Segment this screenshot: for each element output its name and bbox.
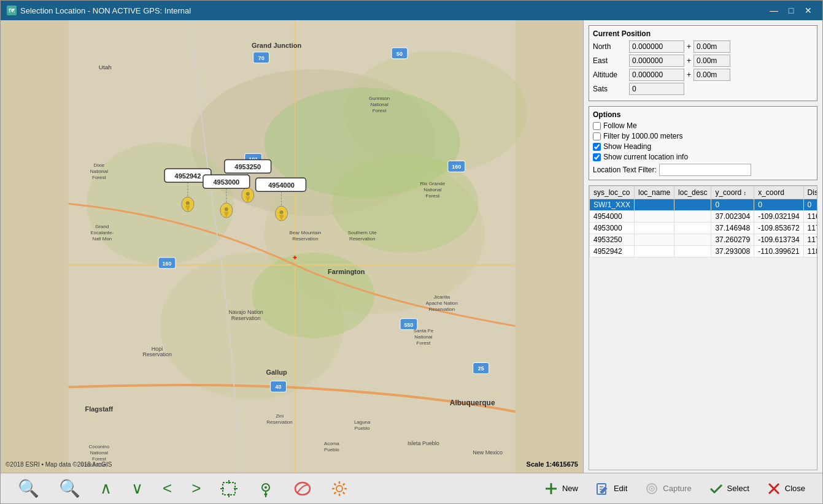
svg-text:Hopi: Hopi (152, 346, 163, 352)
col-x-coord[interactable]: x_coord (754, 186, 803, 199)
svg-text:Santa Fe: Santa Fe (414, 328, 434, 334)
svg-text:Gallup: Gallup (266, 368, 287, 376)
col-loc-desc[interactable]: loc_desc (674, 186, 711, 199)
col-distance[interactable]: Distance (803, 186, 817, 199)
current-position-panel: Current Position North + East + Altitude (589, 25, 817, 101)
select-box-button[interactable] (215, 478, 242, 500)
svg-text:Laguna: Laguna (354, 419, 371, 425)
svg-text:Forest: Forest (417, 340, 431, 346)
zoom-in-icon: 🔍 (18, 478, 39, 498)
restore-button[interactable]: □ (783, 4, 799, 17)
col-sys-loc-co[interactable]: sys_loc_co (590, 186, 635, 199)
minimize-button[interactable]: — (766, 4, 782, 17)
location-table: sys_loc_co loc_name loc_desc y_coord ↕ x… (589, 186, 817, 258)
svg-marker-105 (264, 494, 268, 497)
zoom-out-button[interactable]: 🔍 (54, 476, 85, 501)
title-bar-controls: — □ ✕ (766, 4, 816, 17)
table-row[interactable]: 495294237.293008-110.3996211181090... (590, 246, 818, 258)
show-location-checkbox[interactable] (593, 153, 601, 161)
show-heading-row: Show Heading (593, 142, 813, 151)
close-window-button[interactable]: ✕ (800, 4, 816, 17)
table-cell-x_coord: -109.613734 (754, 234, 803, 246)
table-row[interactable]: 495325037.260279-109.6137341174371... (590, 234, 818, 246)
follow-me-row: Follow Me (593, 121, 813, 130)
locate-button[interactable] (252, 478, 279, 500)
zoom-in-button[interactable]: 🔍 (13, 476, 44, 501)
filter-by-checkbox[interactable] (593, 132, 601, 140)
svg-text:National: National (414, 334, 432, 340)
svg-text:Reservation: Reservation (429, 307, 455, 312)
close-button[interactable]: Close (762, 479, 810, 498)
svg-text:Reservation: Reservation (349, 236, 376, 242)
svg-text:50: 50 (396, 51, 403, 57)
map-scale: Scale 1:4615675 (527, 460, 578, 468)
capture-label: Capture (663, 484, 691, 493)
map-svg: 70 191 50 160 160 550 25 40 Grand Juncti… (1, 20, 583, 473)
svg-text:4952942: 4952942 (175, 172, 201, 180)
select-button[interactable]: Select (704, 479, 754, 498)
north-plus: + (687, 42, 691, 51)
pan-down-button[interactable]: ∨ (126, 476, 148, 500)
pan-left-button[interactable]: < (158, 476, 177, 500)
svg-point-2 (87, 142, 233, 264)
pan-right-button[interactable]: > (187, 476, 206, 500)
table-row[interactable]: 495400037.002304-109.0321941169916... (590, 211, 818, 223)
north-input[interactable] (629, 40, 684, 53)
new-button[interactable]: New (539, 479, 583, 498)
svg-text:4953000: 4953000 (213, 178, 239, 186)
altitude-row: Altitude + (593, 69, 813, 81)
svg-text:Gunnison: Gunnison (369, 96, 390, 101)
show-heading-checkbox[interactable] (593, 143, 601, 151)
table-cell-sys_loc_co: 4952942 (590, 246, 635, 258)
follow-me-checkbox[interactable] (593, 122, 601, 130)
col-loc-name[interactable]: loc_name (635, 186, 674, 199)
svg-text:National: National (370, 102, 388, 107)
altitude-offset[interactable] (694, 69, 730, 81)
erase-button[interactable] (289, 478, 316, 500)
pan-left-icon: < (163, 479, 172, 498)
settings-icon (331, 480, 348, 497)
data-table-container[interactable]: sys_loc_co loc_name loc_desc y_coord ↕ x… (589, 185, 817, 470)
svg-text:4954000: 4954000 (268, 181, 295, 189)
main-content: 70 191 50 160 160 550 25 40 Grand Juncti… (1, 20, 822, 473)
col-y-coord[interactable]: y_coord ↕ (711, 186, 754, 199)
options-panel: Options Follow Me Filter by 1000.00 mete… (589, 106, 817, 180)
table-row[interactable]: 495300037.146948-109.8536721176717... (590, 223, 818, 234)
table-cell-distance: 1174371... (803, 234, 817, 246)
table-cell-y_coord: 37.293008 (711, 246, 754, 258)
capture-button[interactable]: Capture (639, 479, 696, 498)
title-bar: 🗺 Selection Location - NON ACTIVE GPS: I… (1, 1, 822, 20)
north-row: North + (593, 40, 813, 53)
north-offset[interactable] (694, 40, 730, 53)
table-cell-distance: 1169916... (803, 211, 817, 223)
svg-text:National: National (90, 169, 108, 174)
table-cell-sys_loc_co: 4953000 (590, 223, 635, 234)
svg-text:70: 70 (258, 55, 265, 61)
location-filter-input[interactable] (659, 164, 751, 176)
svg-point-95 (280, 210, 284, 214)
svg-text:Southern Ute: Southern Ute (348, 230, 377, 235)
table-cell-y_coord: 0 (711, 199, 754, 211)
map-area[interactable]: 70 191 50 160 160 550 25 40 Grand Juncti… (1, 20, 583, 473)
svg-text:550: 550 (404, 322, 413, 328)
location-filter-row: Location Text Filter: (593, 164, 813, 176)
pan-up-button[interactable]: ∧ (95, 476, 117, 500)
pan-up-icon: ∧ (100, 479, 112, 498)
svg-text:New Mexico: New Mexico (473, 449, 503, 456)
select-icon (709, 481, 724, 496)
filter-row: Filter by 1000.00 meters (593, 132, 813, 140)
sats-input[interactable] (629, 83, 684, 95)
bottom-toolbar: 🔍 🔍 ∧ ∨ < > (1, 473, 822, 503)
table-row[interactable]: SW/1_XXX000 (590, 199, 818, 211)
east-input[interactable] (629, 55, 684, 67)
close-label: Close (785, 484, 805, 493)
table-cell-distance: 1176717... (803, 223, 817, 234)
svg-point-106 (295, 483, 310, 495)
pan-right-icon: > (191, 479, 201, 498)
settings-button[interactable] (326, 478, 353, 500)
altitude-input[interactable] (629, 69, 684, 81)
east-offset[interactable] (694, 55, 730, 67)
table-cell-loc_desc (674, 246, 711, 258)
edit-button[interactable]: Edit (590, 479, 632, 498)
right-panel: Current Position North + East + Altitude (583, 20, 822, 473)
